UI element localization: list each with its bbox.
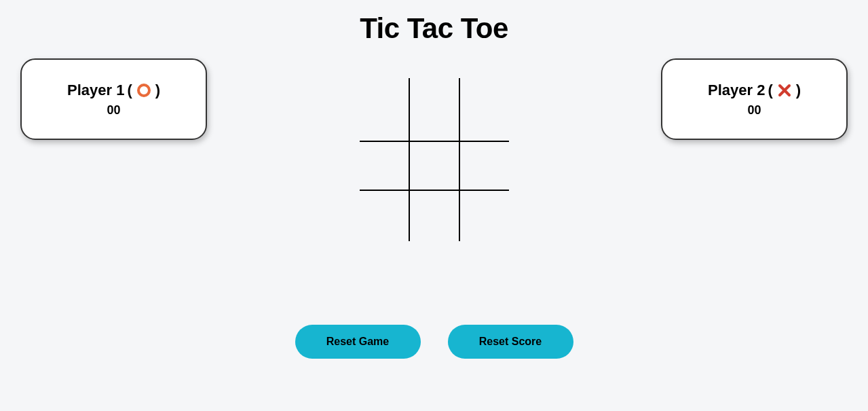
board-cell-2-0[interactable] bbox=[360, 187, 409, 241]
cross-x-icon bbox=[777, 83, 792, 98]
circle-o-icon bbox=[136, 83, 151, 98]
player1-label-row: Player 1 ( ) bbox=[67, 82, 160, 99]
player1-score: 00 bbox=[107, 103, 120, 118]
player2-label-row: Player 2 ( ) bbox=[708, 82, 801, 99]
board-cell-0-2[interactable] bbox=[459, 78, 508, 132]
board-cell-0-0[interactable] bbox=[360, 78, 409, 132]
button-row: Reset Game Reset Score bbox=[295, 325, 573, 359]
player1-card: Player 1 ( ) 00 bbox=[20, 58, 207, 140]
svg-point-0 bbox=[138, 85, 149, 96]
player2-card: Player 2 ( ) 00 bbox=[661, 58, 848, 140]
board-cell-0-1[interactable] bbox=[409, 78, 459, 132]
reset-game-button[interactable]: Reset Game bbox=[295, 325, 421, 359]
game-board bbox=[360, 78, 509, 241]
board-cell-2-2[interactable] bbox=[459, 187, 508, 241]
board-cell-1-2[interactable] bbox=[459, 132, 508, 187]
player2-label: Player 2 bbox=[708, 82, 765, 99]
close-paren: ) bbox=[155, 82, 160, 99]
open-paren: ( bbox=[127, 82, 132, 99]
board-cell-1-0[interactable] bbox=[360, 132, 409, 187]
player1-label: Player 1 bbox=[67, 82, 124, 99]
reset-score-button[interactable]: Reset Score bbox=[448, 325, 573, 359]
game-title: Tic Tac Toe bbox=[0, 0, 868, 45]
open-paren: ( bbox=[768, 82, 772, 99]
close-paren: ) bbox=[796, 82, 801, 99]
board-cell-2-1[interactable] bbox=[409, 187, 459, 241]
board-cell-1-1[interactable] bbox=[409, 132, 459, 187]
player2-score: 00 bbox=[747, 103, 761, 118]
